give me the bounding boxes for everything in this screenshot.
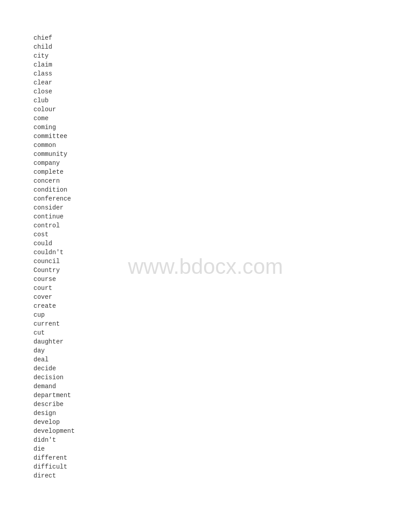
word-item: department [34, 391, 75, 400]
word-item: chief [34, 34, 75, 42]
word-item: demand [34, 382, 75, 391]
word-item: current [34, 319, 75, 328]
word-item: community [34, 150, 75, 159]
word-item: direct [34, 471, 75, 480]
word-item: come [34, 114, 75, 123]
word-item: development [34, 427, 75, 436]
word-item: cover [34, 293, 75, 302]
word-item: describe [34, 400, 75, 409]
word-item: course [34, 275, 75, 284]
word-item: difficult [34, 462, 75, 471]
word-item: company [34, 159, 75, 168]
word-item: common [34, 141, 75, 150]
word-item: close [34, 87, 75, 96]
word-item: child [34, 42, 75, 51]
word-item: court [34, 284, 75, 293]
word-item: day [34, 346, 75, 355]
word-item: develop [34, 418, 75, 427]
word-item: condition [34, 185, 75, 194]
word-item: clear [34, 78, 75, 87]
word-item: create [34, 302, 75, 310]
word-item: couldn't [34, 248, 75, 257]
word-item: deal [34, 355, 75, 364]
word-item: different [34, 453, 75, 462]
word-item: consider [34, 203, 75, 212]
word-item: die [34, 444, 75, 453]
word-item: colour [34, 105, 75, 114]
word-item: daughter [34, 337, 75, 346]
word-item: control [34, 221, 75, 230]
word-item: decision [34, 373, 75, 382]
word-item: concern [34, 176, 75, 185]
word-item: coming [34, 123, 75, 132]
word-item: claim [34, 60, 75, 69]
watermark: www.bdocx.com [128, 254, 283, 278]
word-item: design [34, 409, 75, 418]
word-item: cup [34, 310, 75, 319]
word-item: Country [34, 266, 75, 275]
word-item: committee [34, 132, 75, 141]
word-item: class [34, 69, 75, 78]
word-item: didn't [34, 436, 75, 444]
word-item: continue [34, 212, 75, 221]
word-item: complete [34, 168, 75, 176]
word-item: decide [34, 364, 75, 373]
word-item: club [34, 96, 75, 105]
word-item: could [34, 239, 75, 248]
word-item: council [34, 257, 75, 266]
word-list: chiefchildcityclaimclassclearcloseclubco… [34, 34, 75, 480]
word-item: city [34, 51, 75, 60]
word-item: cost [34, 230, 75, 239]
word-item: conference [34, 194, 75, 203]
word-item: cut [34, 328, 75, 337]
